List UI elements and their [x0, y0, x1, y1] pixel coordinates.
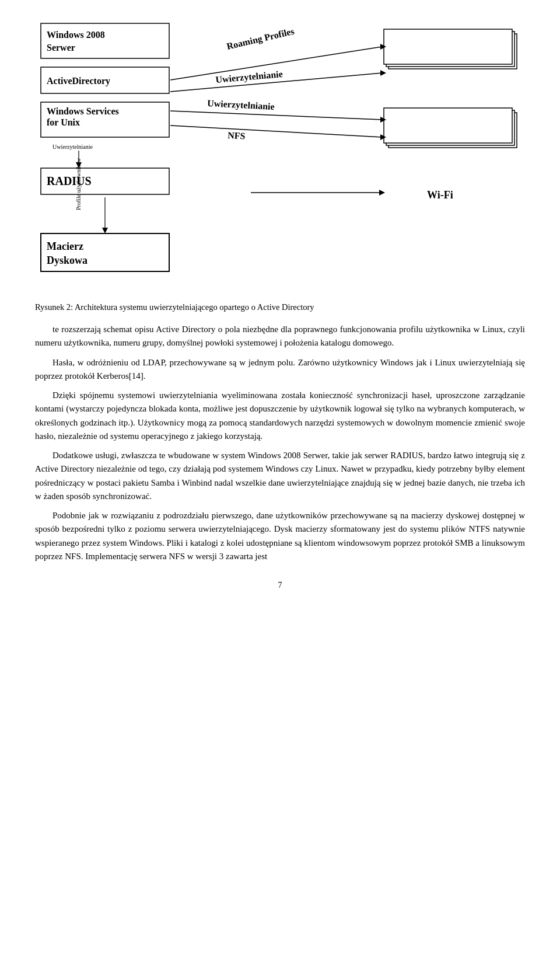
svg-text:Serwer: Serwer — [47, 43, 75, 53]
caption-text: Rysunek 2: Architektura systemu uwierzyt… — [35, 302, 314, 312]
svg-text:NFS: NFS — [228, 130, 246, 141]
svg-line-36 — [170, 111, 382, 120]
paragraph-4: Dodatkowe usługi, zwłaszcza te wbudowane… — [35, 449, 525, 503]
svg-rect-0 — [41, 23, 169, 58]
figure-caption: Rysunek 2: Architektura systemu uwierzyt… — [35, 302, 525, 312]
svg-text:Uwierzytelnianie: Uwierzytelnianie — [52, 144, 93, 150]
paragraph-3: Dzięki spójnemu systemowi uwierzytelnian… — [35, 389, 525, 443]
svg-text:Wi-Fi: Wi-Fi — [427, 189, 453, 201]
body-text: te rozszerzają schemat opisu Active Dire… — [35, 323, 525, 563]
svg-marker-34 — [380, 70, 386, 76]
svg-text:RADIUS: RADIUS — [47, 175, 92, 187]
svg-text:Uwierzytelnianie: Uwierzytelnianie — [207, 98, 275, 112]
svg-text:Windows Services: Windows Services — [47, 106, 119, 116]
svg-marker-29 — [379, 190, 385, 196]
svg-text:for Unix: for Unix — [47, 117, 80, 127]
architecture-diagram: Windows 2008 Serwer ActiveDirectory Wind… — [35, 12, 525, 292]
svg-text:Profile użytkowników: Profile użytkowników — [75, 158, 82, 210]
svg-text:Macierz: Macierz — [47, 240, 83, 252]
svg-text:Windows 2008: Windows 2008 — [47, 30, 105, 40]
svg-text:Roaming Profiles: Roaming Profiles — [226, 26, 295, 52]
svg-rect-22 — [384, 29, 512, 64]
svg-line-39 — [170, 125, 382, 137]
paragraph-1: te rozszerzają schemat opisu Active Dire… — [35, 323, 525, 350]
page-number: 7 — [35, 581, 525, 590]
svg-marker-15 — [102, 228, 108, 233]
svg-text:ActiveDirectory: ActiveDirectory — [47, 76, 110, 86]
page-number-text: 7 — [278, 581, 282, 590]
paragraph-5: Podobnie jak w rozwiązaniu z podrozdział… — [35, 509, 525, 563]
svg-text:Dyskowa: Dyskowa — [47, 254, 88, 266]
paragraph-2: Hasła, w odróżnieniu od LDAP, przechowyw… — [35, 356, 525, 383]
svg-rect-26 — [384, 108, 512, 143]
